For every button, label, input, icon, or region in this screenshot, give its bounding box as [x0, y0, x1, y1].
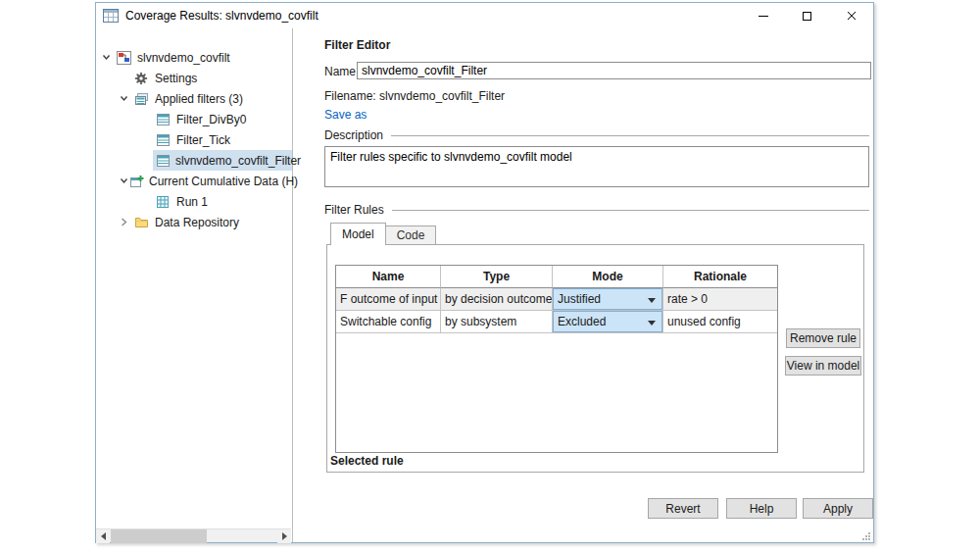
- window-body: slvnvdemo_covfilt Settings Applied filte…: [96, 28, 873, 542]
- remove-rule-button[interactable]: Remove rule: [786, 328, 860, 348]
- tree-item-label: Filter_DivBy0: [176, 113, 246, 126]
- apply-button[interactable]: Apply: [803, 498, 873, 519]
- tree-horizontal-scrollbar[interactable]: [96, 528, 291, 542]
- name-label: Name: [324, 65, 356, 78]
- cumulative-data-icon: [129, 175, 144, 188]
- tree-item-filter-divby0[interactable]: Filter_DivBy0: [96, 109, 292, 129]
- rule-mode-cell: Excluded: [553, 311, 663, 333]
- folder-icon: [134, 216, 150, 228]
- revert-button[interactable]: Revert: [648, 498, 718, 519]
- minimize-button[interactable]: [741, 3, 785, 28]
- tree-item-applied-filters[interactable]: Applied filters (3): [96, 88, 292, 109]
- close-button[interactable]: [829, 3, 873, 28]
- chevron-right-icon[interactable]: [119, 217, 134, 227]
- mode-dropdown[interactable]: Justified: [553, 288, 662, 310]
- tree-item-label: Filter_Tick: [176, 133, 230, 147]
- table-row[interactable]: F outcome of input ... by decision outco…: [336, 288, 777, 311]
- mode-dropdown[interactable]: Excluded: [553, 311, 662, 332]
- tree-item-data-repository[interactable]: Data Repository: [96, 212, 292, 232]
- help-button[interactable]: Help: [726, 498, 797, 519]
- section-divider: [392, 210, 869, 211]
- table-header-row: Name Type Mode Rationale: [336, 266, 777, 288]
- selected-rule-label: Selected rule: [330, 454, 404, 468]
- filter-icon: [156, 113, 172, 126]
- filename-text: Filename: slvnvdemo_covfilt_Filter: [324, 89, 505, 103]
- rule-type-cell[interactable]: by subsystem: [441, 311, 553, 333]
- coverage-results-window: Coverage Results: slvnvdemo_covfilt slvn…: [95, 2, 874, 543]
- tree-item-run-1[interactable]: Run 1: [96, 191, 292, 212]
- tree-item-label: Settings: [155, 72, 197, 85]
- rule-type-cell[interactable]: by decision outcome: [441, 288, 553, 311]
- header-mode: Mode: [553, 266, 663, 288]
- filter-icon: [156, 154, 171, 168]
- tree-item-slvnvdemo-covfilt[interactable]: slvnvdemo_covfilt: [96, 47, 292, 68]
- tab-code[interactable]: Code: [386, 226, 437, 244]
- tab-model[interactable]: Model: [330, 223, 386, 245]
- title-bar: Coverage Results: slvnvdemo_covfilt: [96, 3, 873, 28]
- tree-item-label: Data Repository: [155, 216, 239, 229]
- view-in-model-button[interactable]: View in model: [785, 356, 861, 376]
- rule-name-cell[interactable]: F outcome of input ...: [336, 288, 441, 311]
- header-rationale: Rationale: [663, 266, 777, 288]
- scroll-right-icon: [282, 532, 287, 540]
- description-textarea[interactable]: Filter rules specific to slvnvdemo_covfi…: [324, 146, 869, 187]
- scrollbar-thumb[interactable]: [111, 529, 207, 543]
- results-tree: slvnvdemo_covfilt Settings Applied filte…: [96, 47, 292, 232]
- filter-rules-label: Filter Rules: [324, 203, 384, 217]
- maximize-button[interactable]: [785, 3, 829, 28]
- maximize-icon: [803, 12, 811, 21]
- scroll-right-button[interactable]: [277, 529, 291, 543]
- save-as-link[interactable]: Save as: [324, 108, 367, 122]
- chevron-down-icon[interactable]: [119, 176, 129, 186]
- rule-rationale-cell[interactable]: unused config: [663, 311, 777, 333]
- mode-dropdown-value: Justified: [558, 292, 601, 306]
- window-title: Coverage Results: slvnvdemo_covfilt: [125, 9, 318, 23]
- header-type: Type: [441, 266, 553, 288]
- rules-tab-panel: Name Type Mode Rationale F outcome of in…: [326, 244, 864, 473]
- resize-grip[interactable]: [861, 530, 871, 540]
- chevron-down-icon[interactable]: [119, 93, 134, 104]
- filter-rules-section-header: Filter Rules: [324, 203, 869, 217]
- description-section-header: Description: [324, 128, 869, 142]
- filter-editor-panel: Filter Editor Name Filename: slvnvdemo_c…: [294, 28, 873, 542]
- mode-dropdown-value: Excluded: [558, 315, 606, 328]
- tree-item-slvnvdemo-covfilt-filter[interactable]: slvnvdemo_covfilt_Filter: [96, 150, 292, 171]
- tree-item-current-cumulative-data[interactable]: Current Cumulative Data (H): [96, 171, 292, 191]
- tree-item-label: Current Cumulative Data (H): [149, 175, 298, 188]
- filter-name-input[interactable]: [357, 62, 871, 79]
- tree-item-settings[interactable]: Settings: [96, 68, 292, 88]
- app-icon: [103, 9, 119, 23]
- filter-rules-table: Name Type Mode Rationale F outcome of in…: [335, 265, 778, 453]
- header-name: Name: [336, 266, 441, 288]
- rules-tabs: Model Code: [330, 223, 436, 244]
- chevron-down-icon: [648, 298, 656, 303]
- results-tree-sidebar: slvnvdemo_covfilt Settings Applied filte…: [96, 28, 293, 542]
- table-row[interactable]: Switchable config by subsystem Excluded …: [336, 311, 777, 333]
- filter-editor-title: Filter Editor: [324, 38, 390, 52]
- scroll-left-icon: [101, 532, 106, 540]
- gear-icon: [134, 72, 150, 85]
- tree-item-label: slvnvdemo_covfilt: [137, 51, 230, 65]
- filter-icon: [156, 133, 172, 147]
- tree-item-filter-tick[interactable]: Filter_Tick: [96, 129, 292, 150]
- minimize-icon: [759, 16, 768, 17]
- tree-item-label: slvnvdemo_covfilt_Filter: [175, 154, 301, 168]
- window-controls: [741, 3, 873, 28]
- tree-item-label: Applied filters (3): [155, 92, 243, 106]
- rule-rationale-cell[interactable]: rate > 0: [663, 288, 777, 311]
- model-icon: [117, 51, 132, 65]
- section-divider: [391, 135, 869, 136]
- applied-filters-icon: [134, 92, 150, 106]
- tree-item-label: Run 1: [176, 195, 208, 209]
- resize-grip-icon: [861, 531, 871, 541]
- close-icon: [847, 11, 857, 21]
- rule-name-cell[interactable]: Switchable config: [336, 311, 441, 333]
- rule-mode-cell: Justified: [553, 288, 663, 311]
- run-icon: [156, 195, 172, 209]
- scroll-left-button[interactable]: [96, 529, 110, 543]
- chevron-down-icon: [648, 321, 656, 326]
- chevron-down-icon[interactable]: [101, 52, 117, 63]
- description-label: Description: [324, 128, 383, 142]
